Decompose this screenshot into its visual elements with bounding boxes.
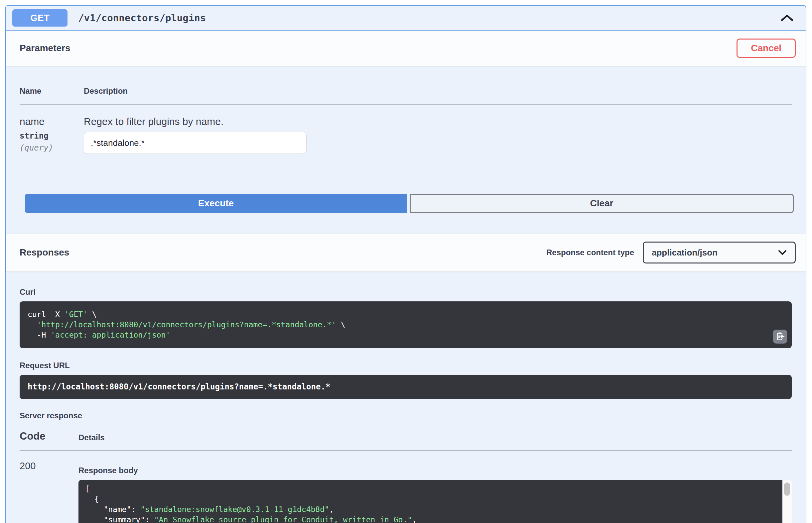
parameters-title: Parameters [20, 43, 70, 54]
parameter-value-input[interactable] [84, 132, 306, 154]
endpoint-path: /v1/connectors/plugins [78, 12, 206, 23]
response-body-label: Response body [78, 466, 792, 475]
parameter-row: name string (query) Regex to filter plug… [20, 105, 792, 154]
column-header-code: Code [20, 430, 78, 442]
column-header-description: Description [84, 86, 792, 96]
status-code: 200 [20, 461, 78, 523]
request-url-label: Request URL [20, 361, 792, 370]
response-content-type-group: Response content type application/json [546, 241, 796, 264]
chevron-down-icon [778, 248, 787, 258]
request-url-value: http://localhost:8080/v1/connectors/plug… [20, 375, 792, 399]
responses-content: Curl curl -X 'GET' \ 'http://localhost:8… [6, 287, 806, 523]
column-header-details: Details [78, 433, 792, 442]
responses-header: Responses Response content type applicat… [6, 234, 806, 271]
parameter-type: string [20, 131, 84, 141]
responses-title: Responses [20, 247, 69, 258]
server-response-table: Code Details 200 Response body [ { "name… [20, 430, 792, 523]
response-body-block: [ { "name": "standalone:snowflake@v0.3.1… [78, 480, 792, 523]
column-header-name: Name [20, 86, 84, 96]
cancel-button[interactable]: Cancel [737, 38, 796, 58]
parameter-location: (query) [20, 143, 84, 152]
parameters-table-header: Name Description [20, 86, 792, 105]
parameters-table: Name Description name string (query) Reg… [20, 86, 792, 154]
opblock-summary[interactable]: GET /v1/connectors/plugins [6, 6, 806, 31]
opblock-get: GET /v1/connectors/plugins Parameters Ca… [5, 5, 806, 523]
response-body-scrollbar[interactable] [782, 480, 792, 523]
parameter-name: name [20, 116, 84, 127]
curl-section: Curl curl -X 'GET' \ 'http://localhost:8… [20, 287, 792, 348]
http-method-badge: GET [12, 9, 68, 26]
execute-clear-button-group: Execute Clear [25, 194, 794, 213]
response-content-type-label: Response content type [546, 248, 634, 257]
response-details-cell: Response body [ { "name": "standalone:sn… [78, 461, 792, 523]
parameters-header: Parameters Cancel [6, 31, 806, 66]
collapse-chevron-up-icon[interactable] [780, 14, 794, 22]
clear-button[interactable]: Clear [410, 194, 794, 213]
scrollbar-thumb[interactable] [784, 483, 790, 496]
curl-label: Curl [20, 287, 792, 297]
server-response-row: 200 Response body [ { "name": "standalon… [20, 451, 792, 523]
parameter-description: Regex to filter plugins by name. [84, 116, 792, 127]
server-response-title: Server response [20, 411, 792, 420]
execute-button[interactable]: Execute [25, 194, 407, 213]
response-content-type-value: application/json [652, 248, 718, 258]
server-response-table-header: Code Details [20, 430, 792, 451]
response-body-code: [ { "name": "standalone:snowflake@v0.3.1… [78, 480, 782, 523]
clipboard-copy-icon [775, 331, 785, 342]
parameter-description-cell: Regex to filter plugins by name. [84, 116, 792, 154]
parameter-name-cell: name string (query) [20, 116, 84, 154]
curl-command: curl -X 'GET' \ 'http://localhost:8080/v… [20, 301, 792, 348]
copy-to-clipboard-button[interactable] [773, 330, 787, 344]
response-content-type-select[interactable]: application/json [643, 241, 796, 264]
request-url-section: Request URL http://localhost:8080/v1/con… [20, 361, 792, 399]
